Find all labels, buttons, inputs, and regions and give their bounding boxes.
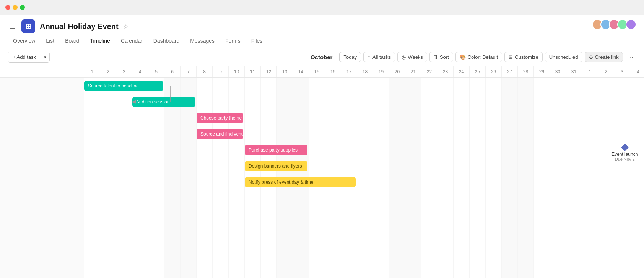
toolbar: + Add task ▾ October Today ○ All tasks ◷…	[0, 48, 644, 66]
date-cell: 11	[245, 66, 261, 77]
today-button[interactable]: Today	[339, 52, 361, 62]
milestone-diamond	[621, 144, 629, 151]
task-bar[interactable]: Design banners and flyers	[245, 161, 307, 171]
date-cell: 1	[84, 66, 100, 77]
milestone-label: Event launch	[611, 152, 638, 157]
tab-board[interactable]: Board	[60, 34, 85, 48]
date-cell: 6	[164, 66, 181, 77]
color-button[interactable]: 🎨 Color: Default	[455, 52, 502, 62]
task-bar[interactable]: Notify press of event day & time	[245, 177, 356, 187]
sidebar-toggle[interactable]: ☰	[8, 21, 17, 32]
timeline-scroll: 1234567891011121314151617181920212223242…	[84, 66, 644, 278]
create-link-button[interactable]: ⊙ Create link	[585, 52, 623, 62]
add-task-button[interactable]: + Add task ▾	[8, 52, 50, 63]
date-cell: 20	[389, 66, 405, 77]
date-cell: 25	[470, 66, 486, 77]
tab-messages[interactable]: Messages	[185, 34, 220, 48]
tab-list[interactable]: List	[41, 34, 60, 48]
milestone: Event launch Due Nov 2	[611, 145, 638, 162]
star-icon[interactable]: ☆	[123, 23, 128, 30]
close-button[interactable]	[5, 5, 10, 10]
date-cell: 12	[261, 66, 277, 77]
customize-button[interactable]: ⊞ Customize	[504, 52, 542, 62]
sort-icon: ⇅	[434, 54, 438, 60]
date-cell: 31	[566, 66, 582, 77]
app: ☰ ⊞ Annual Holiday Event ☆ Overview List…	[0, 15, 644, 278]
date-cell: 15	[309, 66, 325, 77]
date-cell: 21	[405, 66, 421, 77]
timeline-area: 1234567891011121314151617181920212223242…	[0, 66, 644, 278]
tab-overview[interactable]: Overview	[8, 34, 41, 48]
weeks-button[interactable]: ◷ Weeks	[397, 52, 427, 62]
date-cell: 7	[181, 66, 197, 77]
date-ruler: 1234567891011121314151617181920212223242…	[84, 66, 644, 78]
project-title: Annual Holiday Event	[40, 22, 119, 31]
minimize-button[interactable]	[13, 5, 18, 10]
milestone-sub: Due Nov 2	[615, 157, 635, 162]
task-bar[interactable]: Audition session	[132, 97, 195, 107]
more-options-button[interactable]: ···	[625, 52, 636, 63]
titlebar	[0, 0, 644, 15]
tab-files[interactable]: Files	[246, 34, 268, 48]
app-icon: ⊞	[21, 19, 35, 33]
date-cell: 4	[132, 66, 148, 77]
sort-button[interactable]: ⇅ Sort	[429, 52, 453, 62]
sidebar-panel	[0, 66, 84, 278]
avatar-group	[592, 19, 636, 30]
date-cell: 14	[293, 66, 309, 77]
date-cell: 18	[357, 66, 373, 77]
grid-body: Source talent to headlineAudition sessio…	[84, 78, 644, 278]
task-bar[interactable]: Choose party theme	[197, 113, 243, 123]
add-task-chevron-icon[interactable]: ▾	[41, 52, 49, 62]
tab-forms[interactable]: Forms	[220, 34, 246, 48]
date-cell: 3	[116, 66, 132, 77]
date-cell: 23	[437, 66, 454, 77]
current-month: October	[307, 54, 336, 60]
date-cell: 30	[550, 66, 566, 77]
nav-tabs: Overview List Board Timeline Calendar Da…	[0, 34, 644, 48]
grid-icon: ⊞	[509, 54, 513, 60]
avatar	[626, 19, 636, 30]
header: ☰ ⊞ Annual Holiday Event ☆	[0, 15, 644, 34]
date-cell: 29	[534, 66, 550, 77]
tab-calendar[interactable]: Calendar	[115, 34, 148, 48]
traffic-lights	[5, 5, 25, 10]
date-cell: 8	[197, 66, 213, 77]
circle-icon: ○	[368, 54, 371, 60]
date-cell: 27	[502, 66, 518, 77]
date-cell: 2	[598, 66, 614, 77]
date-cell: 2	[100, 66, 116, 77]
add-task-label: + Add task	[8, 52, 41, 62]
date-cell: 5	[148, 66, 164, 77]
toolbar-right: Today ○ All tasks ◷ Weeks ⇅ Sort 🎨 Color…	[339, 52, 636, 63]
date-cell: 17	[341, 66, 357, 77]
date-cell: 26	[486, 66, 502, 77]
date-cell: 4	[630, 66, 644, 77]
date-cell: 9	[213, 66, 229, 77]
date-cell: 28	[518, 66, 534, 77]
date-cell: 19	[373, 66, 389, 77]
date-cell: 16	[325, 66, 341, 77]
date-cell: 22	[421, 66, 437, 77]
tab-dashboard[interactable]: Dashboard	[148, 34, 185, 48]
all-tasks-button[interactable]: ○ All tasks	[363, 52, 395, 62]
date-cell: 24	[454, 66, 470, 77]
task-bar[interactable]: Source talent to headline	[84, 81, 163, 91]
palette-icon: 🎨	[460, 54, 466, 60]
tab-timeline[interactable]: Timeline	[85, 34, 115, 48]
link-icon: ⊙	[589, 54, 593, 60]
date-cell: 13	[277, 66, 293, 77]
date-cell: 10	[229, 66, 245, 77]
date-cell: 3	[614, 66, 630, 77]
unscheduled-button[interactable]: Unscheduled	[545, 52, 582, 62]
task-bar[interactable]: Source and find venue	[197, 129, 243, 139]
maximize-button[interactable]	[20, 5, 25, 10]
date-cell: 1	[582, 66, 598, 77]
clock-icon: ◷	[402, 54, 406, 60]
task-bar[interactable]: Purchase party supplies	[245, 145, 307, 155]
